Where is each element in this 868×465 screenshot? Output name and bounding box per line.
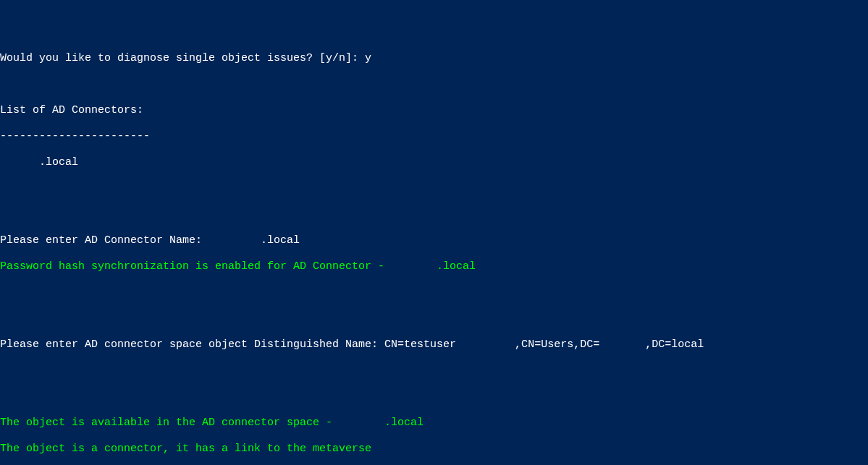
prompt-diagnose: Would you like to diagnose single object… [0, 52, 868, 65]
prompt-dn: Please enter AD connector space object D… [0, 338, 868, 351]
object-connector: The object is a connector, it has a link… [0, 443, 868, 456]
blank-line [0, 182, 868, 195]
blank-line [0, 78, 868, 91]
object-available: The object is available in the AD connec… [0, 417, 868, 430]
connectors-divider: ----------------------- [0, 130, 868, 143]
blank-line [0, 364, 868, 377]
connectors-header: List of AD Connectors: [0, 104, 868, 117]
phs-enabled: Password hash synchronization is enabled… [0, 260, 868, 273]
blank-line [0, 391, 868, 404]
blank-line [0, 312, 868, 325]
blank-line [0, 208, 868, 221]
prompt-connector-name: Please enter AD Connector Name: .local [0, 234, 868, 247]
blank-line [0, 286, 868, 299]
connector-domain: .local [0, 156, 868, 169]
